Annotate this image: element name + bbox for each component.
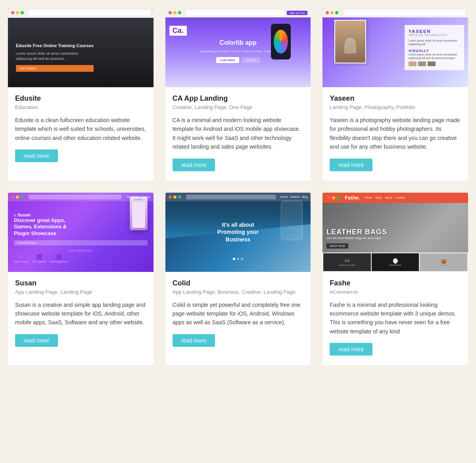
watches-label: WATCHES (390, 264, 401, 266)
dot-red-y (326, 11, 329, 14)
yaseen-photo (334, 20, 366, 63)
fashe-prod-label-3: 👜 BAGS (440, 258, 447, 266)
susan-nav-item: Templates (127, 195, 139, 198)
thumbnail-colid: Home Feature Blog It's all about Promoti… (165, 193, 311, 272)
card-edusite: Edusite Free Online Training Courses Lor… (8, 8, 154, 181)
card-desc-caapp: CA is a minimal and modern looking websi… (173, 116, 304, 151)
read-more-yaseen[interactable]: read more (330, 159, 372, 171)
edusite-content: Edusite Free Online Training Courses Lor… (16, 43, 94, 72)
yaseen-thumb-3 (428, 61, 436, 66)
susan-service-icon-3 (56, 254, 62, 260)
yaseen-content: Lorem ipsum dolor sit amet consectetur a… (409, 53, 460, 60)
susan-service-2: 24/7 Support (32, 254, 46, 263)
dot-green-co (178, 195, 181, 199)
dot-red-co (169, 195, 172, 199)
fashe-prod-label-2: ⌚ WATCHES (390, 258, 401, 266)
card-grid: Edusite Free Online Training Courses Lor… (8, 8, 468, 365)
susan-headline: Discover great Apps, Games, Extensions &… (14, 217, 73, 237)
fashe-logo: Fashe. (345, 195, 360, 201)
yaseen-name: YASEEN (409, 29, 460, 34)
read-more-susan[interactable]: read more (15, 334, 58, 347)
card-tags-fashe: eCommerce (330, 289, 461, 295)
browser-url-su (29, 195, 122, 199)
yaseen-thumb-1 (409, 61, 416, 66)
ca-free-btn: Try Free (242, 57, 260, 63)
susan-service-1: Data in Cloud (14, 254, 28, 263)
card-colid: Home Feature Blog It's all about Promoti… (165, 193, 311, 365)
read-more-fashe[interactable]: read more (330, 343, 372, 356)
ca-headline: Colorlib app (219, 39, 256, 46)
read-more-colid[interactable]: read more (173, 334, 215, 347)
card-title-susan: Susan (15, 279, 146, 287)
susan-service-3: Fully Responsive (50, 254, 68, 263)
card-title-yaseen: Yaseen (330, 94, 461, 103)
yaseen-text-panel: YASEEN INFINITE TECHNOLOGY Lorem ipsum d… (405, 25, 464, 71)
fashe-prod-watches: ⌚ WATCHES (372, 253, 419, 271)
susan-nav-item2: Pricing (142, 195, 150, 198)
thumbnail-fashe: Fashe. Home Shop About Contact LEATHER B… (322, 193, 468, 272)
sunglasses-icon: 🕶 (339, 258, 355, 264)
fashe-nav-home: Home (365, 196, 372, 199)
susan-service-name-2: 24/7 Support (32, 260, 46, 263)
colid-dot-1 (233, 258, 235, 260)
bag-icon: 👜 (440, 258, 447, 264)
yaseen-person-silhouette (344, 38, 356, 54)
card-title-fashe: Fashe (330, 279, 461, 287)
yaseen-thumb-2 (418, 61, 426, 66)
browser-url-co (186, 195, 276, 199)
card-tags-susan: App Landing Page, Landing Page (15, 289, 146, 295)
card-title-colid: Colid (173, 279, 304, 287)
ca-learn-btn: Learn More (216, 57, 239, 63)
dot-red (11, 11, 14, 14)
colid-nav: Home Feature Blog (280, 195, 308, 198)
dot-yellow-su (16, 195, 19, 199)
colid-nav-blog: Blog (302, 195, 307, 198)
browser-url-ca (186, 10, 284, 15)
ca-buttons: Learn More Try Free (216, 57, 260, 63)
edusite-site-title: Edusite Free Online Training Courses (16, 43, 94, 48)
dot-red-su (11, 195, 14, 199)
fashe-header: Fashe. Home Shop About Contact (322, 193, 468, 203)
read-more-caapp[interactable]: read more (173, 159, 215, 171)
edusite-cta-btn: Get Started (16, 65, 94, 72)
browser-url-bar (29, 10, 150, 15)
yaseen-subtitle: INFINITE TECHNOLOGY (409, 34, 460, 36)
card-tags-yaseen: Landing Page, Photography, Portfolio (330, 104, 461, 110)
dot-green (21, 11, 24, 14)
fashe-nav-contact: Contact (395, 196, 405, 199)
edusite-site-subtitle: Lorem ipsum dolor sit amet consectetur a… (16, 51, 79, 61)
fashe-shop-now: SHOP NOW (326, 243, 348, 249)
fashe-prod-sunglasses: 🕶 SUNGLASSES (323, 253, 371, 271)
susan-cta: Download Now (14, 240, 148, 245)
susan-service-icon-1 (18, 254, 24, 260)
susan-service-name-1: Data in Cloud (14, 260, 28, 263)
susan-service-name-3: Fully Responsive (50, 260, 68, 263)
dot-green-ca (178, 11, 181, 14)
colid-nav-home: Home (280, 195, 288, 198)
colid-phone (281, 201, 303, 240)
card-desc-susan: Susan is a creative and simple app landi… (15, 300, 146, 327)
card-fashe: Fashe. Home Shop About Contact LEATHER B… (322, 193, 468, 365)
fashe-chrome-dots (327, 196, 340, 199)
colid-dot-3 (241, 258, 243, 260)
fashe-nav: Home Shop About Contact (365, 196, 463, 199)
card-yaseen: YASEEN INFINITE TECHNOLOGY Lorem ipsum d… (322, 8, 468, 181)
fashe-prod-bags: 👜 BAGS (420, 253, 467, 271)
susan-nav: Templates Pricing (127, 195, 150, 198)
dot-yellow-ca (173, 11, 177, 14)
thumbnail-susan: Templates Pricing ⊞ Susan Discover great… (8, 193, 154, 272)
card-tags-edusite: Education (15, 104, 146, 110)
dot-yellow-fa (332, 196, 335, 199)
ca-logo: Ca. (169, 26, 187, 36)
fashe-products-row: 🕶 SUNGLASSES ⌚ WATCHES 👜 BAGS (322, 253, 468, 272)
fashe-nav-about: About (385, 196, 392, 199)
dot-yellow-y (330, 11, 334, 14)
susan-services-label: OUR SERVICES (69, 249, 92, 253)
read-more-edusite[interactable]: read more (15, 149, 58, 162)
susan-services-icons: Data in Cloud 24/7 Support Fully Respons… (14, 254, 148, 263)
fashe-nav-shop: Shop (375, 196, 382, 199)
card-desc-yaseen: Yaseen is a photography website landing … (330, 116, 461, 151)
ca-subtext: Everything You Need To Start Selling Onl… (200, 50, 276, 53)
colid-headline: It's all about Promoting your Business (210, 221, 266, 243)
susan-service-icon-2 (36, 254, 42, 260)
